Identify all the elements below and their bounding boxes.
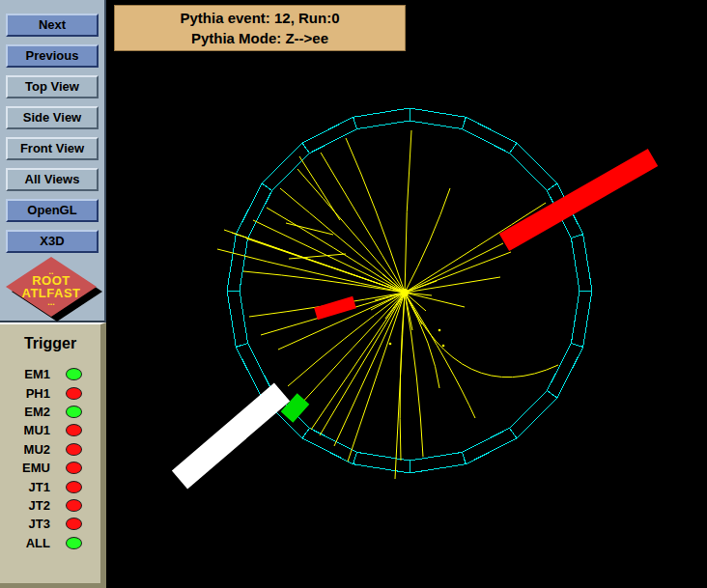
trigger-label: MU2 bbox=[6, 442, 50, 457]
trigger-row-mu1: MU1 bbox=[0, 421, 100, 439]
event-display-canvas[interactable]: Pythia event: 12, Run:0 Pythia Mode: Z--… bbox=[106, 0, 707, 588]
detector-ring-spoke bbox=[302, 143, 310, 154]
side-view-button[interactable]: Side View bbox=[6, 106, 99, 129]
trigger-row-emu: EMU bbox=[0, 459, 100, 477]
next-button[interactable]: Next bbox=[6, 14, 99, 37]
x3d-button[interactable]: X3D bbox=[6, 230, 99, 253]
led-indicator bbox=[66, 406, 82, 418]
particle-track bbox=[348, 293, 405, 462]
detector-ring-spoke bbox=[354, 117, 357, 128]
led-indicator bbox=[66, 424, 82, 436]
all-views-button[interactable]: All Views bbox=[6, 168, 99, 191]
trigger-label: EM1 bbox=[6, 367, 50, 381]
front-view-button[interactable]: Front View bbox=[6, 137, 99, 160]
particle-track bbox=[243, 271, 405, 293]
particle-track bbox=[346, 138, 405, 293]
led-indicator bbox=[66, 387, 82, 400]
detector-ring-spoke bbox=[462, 452, 466, 463]
track-dot bbox=[389, 343, 392, 346]
particle-track bbox=[405, 203, 546, 293]
trigger-row-all: ALL bbox=[0, 534, 100, 552]
particle-track bbox=[334, 293, 405, 446]
detector-ring-spoke bbox=[462, 117, 466, 128]
detector-ring-spoke bbox=[509, 428, 517, 438]
particle-track bbox=[253, 220, 405, 293]
trigger-title: Trigger bbox=[0, 335, 100, 352]
particle-track bbox=[405, 130, 411, 293]
trigger-row-ph1: PH1 bbox=[0, 383, 100, 402]
detector-ring-spoke bbox=[262, 183, 272, 191]
trigger-label: JT1 bbox=[6, 480, 50, 494]
event-vertex bbox=[401, 289, 409, 296]
trigger-row-em1: EM1 bbox=[0, 365, 100, 383]
trigger-label: JT3 bbox=[6, 517, 50, 531]
detector-ring-spoke bbox=[509, 143, 517, 154]
detector-ring-spoke bbox=[571, 343, 582, 347]
led-indicator bbox=[66, 462, 82, 474]
detector-ring-spoke bbox=[302, 428, 310, 438]
trigger-label: EM2 bbox=[6, 405, 50, 419]
event-svg bbox=[106, 0, 707, 588]
track-dot bbox=[442, 345, 445, 348]
led-indicator bbox=[66, 499, 82, 512]
track-dot bbox=[438, 329, 441, 332]
particle-track bbox=[267, 208, 405, 293]
root-atlfast-logo[interactable]: .. ROOT ATLFAST ... bbox=[2, 256, 102, 320]
led-indicator bbox=[66, 443, 82, 456]
particle-track bbox=[321, 153, 405, 293]
led-indicator bbox=[66, 368, 82, 380]
previous-button[interactable]: Previous bbox=[6, 44, 99, 68]
app-window: Next Previous Top View Side View Front V… bbox=[0, 0, 707, 588]
event-header-line2: Pythia Mode: Z-->ee bbox=[191, 28, 328, 48]
detector-ring-spoke bbox=[236, 343, 247, 347]
sidebar: Next Previous Top View Side View Front V… bbox=[0, 0, 106, 588]
particle-track bbox=[395, 293, 405, 479]
detector-ring-spoke bbox=[547, 390, 557, 398]
particle-track bbox=[405, 293, 558, 378]
trigger-panel: Trigger EM1 PH1 EM2 MU1 MU2 E bbox=[0, 322, 106, 588]
trigger-row-jt2: JT2 bbox=[0, 496, 100, 515]
logo-diamond-icon: .. ROOT ATLFAST ... bbox=[6, 257, 97, 317]
trigger-label: MU1 bbox=[6, 423, 50, 437]
detector-ring-spoke bbox=[354, 452, 357, 463]
particle-track bbox=[299, 156, 340, 220]
trigger-row-jt1: JT1 bbox=[0, 477, 100, 495]
particle-track bbox=[405, 243, 503, 293]
logo-dots-bottom: ... bbox=[47, 299, 55, 305]
top-view-button[interactable]: Top View bbox=[6, 75, 99, 98]
particle-track bbox=[405, 277, 500, 293]
trigger-label: PH1 bbox=[6, 386, 50, 401]
particle-track bbox=[405, 188, 450, 293]
trigger-row-mu2: MU2 bbox=[0, 440, 100, 459]
trigger-label: JT2 bbox=[6, 498, 50, 513]
led-indicator bbox=[66, 481, 82, 493]
trigger-label: ALL bbox=[6, 536, 50, 550]
sidebar-button-panel: Next Previous Top View Side View Front V… bbox=[0, 0, 106, 322]
led-indicator bbox=[66, 518, 82, 530]
trigger-row-em2: EM2 bbox=[0, 403, 100, 421]
trigger-label: EMU bbox=[6, 461, 50, 475]
detector-ring-spoke bbox=[571, 235, 582, 238]
trigger-row-jt3: JT3 bbox=[0, 515, 100, 533]
calo-deposit-red-small bbox=[316, 302, 354, 314]
opengl-button[interactable]: OpenGL bbox=[6, 199, 99, 222]
detector-ring-spoke bbox=[547, 183, 557, 191]
event-header-line1: Pythia event: 12, Run:0 bbox=[180, 8, 339, 28]
event-header: Pythia event: 12, Run:0 Pythia Mode: Z--… bbox=[114, 5, 406, 51]
led-indicator bbox=[66, 537, 82, 549]
calo-deposit-white bbox=[180, 392, 282, 480]
